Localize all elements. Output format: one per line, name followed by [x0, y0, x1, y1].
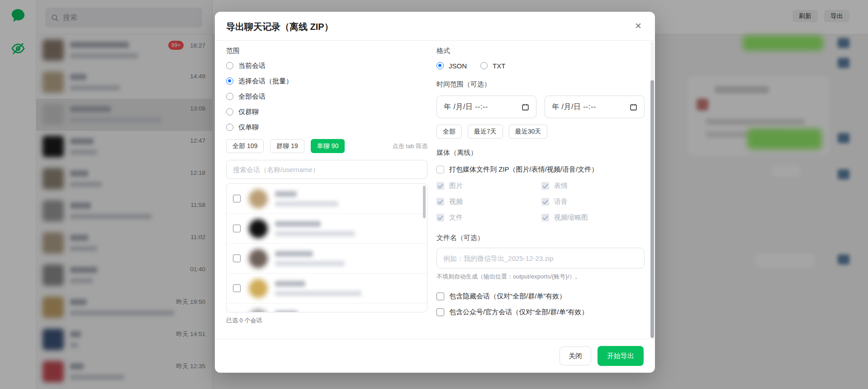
conversation-avatar-blurred	[249, 309, 268, 313]
filter-chip[interactable]: 全部 109	[226, 139, 264, 153]
media-type-option: 图片	[436, 181, 541, 190]
conversation-list	[226, 183, 427, 312]
filter-hint-text: 点击 tab 筛选	[393, 142, 427, 150]
extra-option-row[interactable]: 包含隐藏会话（仅对“全部/群/单”有效）	[436, 292, 645, 301]
conversation-text-blurred	[275, 191, 338, 207]
filter-chip[interactable]: 单聊 90	[311, 139, 345, 153]
conversation-username-redacted	[275, 261, 345, 266]
format-section-label: 格式	[436, 47, 645, 56]
disabled-checked-checkbox	[436, 214, 444, 221]
conversation-row[interactable]	[227, 214, 427, 244]
end-datetime-input[interactable]: 年 /月/日 --:--	[545, 96, 645, 118]
conversation-text-blurred	[275, 221, 355, 236]
conversation-avatar-blurred	[249, 279, 268, 298]
start-export-button[interactable]: 开始导出	[598, 346, 644, 366]
media-type-label: 视频缩略图	[554, 213, 588, 222]
calendar-icon[interactable]	[630, 103, 637, 111]
dialog-body: 范围 当前会话选择会话（批量）全部会话仅群聊仅单聊 全部 109群聊 19单聊 …	[215, 41, 655, 339]
dialog-header: 导出聊天记录（离线 ZIP） ×	[215, 12, 655, 41]
end-datetime-value: 年 /月/日 --:--	[552, 102, 596, 112]
quick-range-button[interactable]: 最近7天	[468, 125, 503, 139]
disabled-checked-checkbox	[541, 214, 549, 221]
filter-chip[interactable]: 群聊 19	[270, 139, 304, 153]
extra-options: 包含隐藏会话（仅对“全部/群/单”有效）包含公众号/官方会话（仅对“全部/群/单…	[436, 292, 645, 317]
media-type-label: 语音	[554, 197, 568, 206]
radio-icon[interactable]	[226, 108, 233, 115]
scope-radio-option[interactable]: 选择会话（批量）	[226, 77, 427, 86]
scope-filter-chips: 全部 109群聊 19单聊 90	[226, 139, 345, 153]
quick-range-button[interactable]: 全部	[436, 125, 462, 139]
scope-column: 范围 当前会话选择会话（批量）全部会话仅群聊仅单聊 全部 109群聊 19单聊 …	[226, 47, 427, 325]
disabled-checked-checkbox	[436, 198, 444, 206]
media-type-grid: 图片表情视频语音文件视频缩略图	[436, 181, 645, 222]
scope-radio-option[interactable]: 仅群聊	[226, 107, 427, 116]
radio-label: TXT	[493, 62, 505, 70]
conversation-avatar-blurred	[249, 189, 268, 208]
quick-range-button[interactable]: 最近30天	[509, 125, 548, 139]
pack-media-label: 打包媒体文件到 ZIP（图片/表情/视频/语音/文件）	[449, 165, 598, 174]
radio-icon[interactable]	[226, 124, 233, 131]
scope-radio-option[interactable]: 全部会话	[226, 92, 427, 101]
media-type-option: 视频	[436, 197, 541, 206]
close-icon[interactable]: ×	[631, 19, 645, 33]
media-type-option: 语音	[541, 197, 645, 206]
conversation-name-redacted	[275, 191, 297, 197]
calendar-icon[interactable]	[522, 103, 529, 111]
conversation-row[interactable]	[227, 274, 427, 303]
extra-option-checkbox[interactable]	[436, 308, 444, 316]
scope-section-label: 范围	[226, 47, 427, 56]
media-type-option: 表情	[541, 181, 645, 190]
filename-label: 文件名（可选）	[436, 234, 645, 243]
pack-media-checkbox-row[interactable]: 打包媒体文件到 ZIP（图片/表情/视频/语音/文件）	[436, 165, 645, 174]
scope-radio-option[interactable]: 仅单聊	[226, 123, 427, 132]
radio-label: 仅群聊	[238, 108, 259, 116]
radio-icon[interactable]	[226, 62, 233, 69]
format-radio-option[interactable]: JSON	[436, 61, 467, 70]
scope-options: 当前会话选择会话（批量）全部会话仅群聊仅单聊	[226, 61, 427, 132]
conversation-text-blurred	[275, 281, 361, 296]
time-range-row: 年 /月/日 --:-- 年 /月/日 --:--	[436, 96, 645, 118]
radio-selected-icon[interactable]	[226, 77, 233, 85]
quick-range-buttons: 全部最近7天最近30天	[436, 125, 645, 139]
media-type-label: 图片	[449, 182, 463, 190]
extra-option-row[interactable]: 包含公众号/官方会话（仅对“全部/群/单”有效）	[436, 307, 645, 317]
media-type-option: 文件	[436, 213, 541, 222]
radio-label: 当前会话	[238, 62, 266, 70]
conversation-username-redacted	[275, 201, 338, 207]
scope-radio-option[interactable]: 当前会话	[226, 61, 427, 70]
dialog-scrollbar-thumb[interactable]	[650, 80, 654, 338]
filename-input[interactable]	[436, 248, 645, 269]
radio-selected-icon[interactable]	[436, 62, 444, 69]
conversation-row[interactable]	[227, 244, 427, 274]
conversation-search-input[interactable]	[226, 160, 427, 179]
radio-icon[interactable]	[480, 62, 488, 69]
format-radio-option[interactable]: TXT	[480, 61, 505, 70]
export-dialog: 导出聊天记录（离线 ZIP） × 范围 当前会话选择会话（批量）全部会话仅群聊仅…	[215, 12, 655, 373]
media-section-label: 媒体（离线）	[436, 149, 645, 158]
conversation-name-redacted	[275, 281, 305, 287]
conversation-checkbox[interactable]	[233, 284, 241, 292]
conversation-checkbox[interactable]	[233, 225, 241, 232]
conversation-list-scrollbar[interactable]	[423, 186, 426, 218]
radio-icon[interactable]	[226, 93, 233, 100]
conversation-row[interactable]	[227, 303, 427, 312]
start-datetime-input[interactable]: 年 /月/日 --:--	[436, 96, 536, 118]
scope-filter-row: 全部 109群聊 19单聊 90 点击 tab 筛选	[226, 139, 427, 153]
close-button[interactable]: 关闭	[560, 346, 591, 365]
conversation-name-redacted	[275, 251, 313, 257]
conversation-username-redacted	[275, 231, 355, 236]
selected-count-text: 已选 0 个会话	[226, 317, 427, 325]
conversation-checkbox[interactable]	[233, 255, 241, 262]
pack-media-checkbox[interactable]	[436, 166, 444, 173]
radio-label: JSON	[449, 62, 467, 70]
time-range-label: 时间范围（可选）	[436, 80, 645, 89]
filename-hint: 不填则自动生成（输出位置：output/exports/{账号}/）。	[436, 273, 645, 281]
options-column: 格式 JSONTXT 时间范围（可选） 年 /月/日 --:-- 年 /月/日 …	[436, 47, 645, 317]
media-type-label: 文件	[449, 213, 463, 222]
extra-option-checkbox[interactable]	[436, 293, 444, 300]
radio-label: 选择会话（批量）	[238, 77, 293, 86]
conversation-row[interactable]	[227, 184, 427, 214]
app-root: 搜索 99+16:2714:4913:0812:4712:1811:5811:0…	[0, 0, 868, 389]
conversation-checkbox[interactable]	[233, 195, 241, 202]
dialog-title: 导出聊天记录（离线 ZIP）	[226, 21, 333, 33]
